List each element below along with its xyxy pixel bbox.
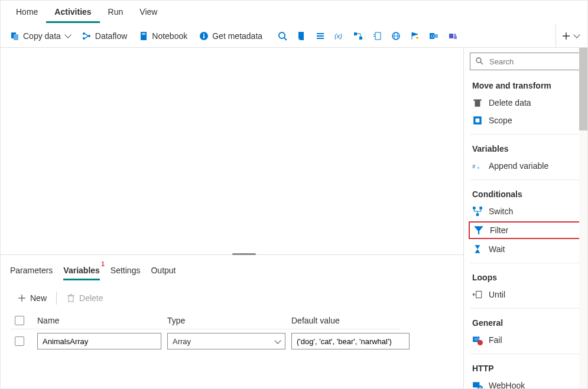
activity-search-box[interactable] (470, 53, 581, 70)
get-metadata-button[interactable]: Get metadata (193, 27, 268, 45)
trash-icon (66, 293, 76, 303)
col-name: Name (37, 316, 161, 325)
variable-type-select[interactable]: Array (167, 333, 285, 349)
activity-picker-panel: Move and transform Delete data Scope Var… (463, 48, 587, 388)
variable-name-input[interactable] (37, 333, 161, 349)
svg-rect-7 (142, 34, 145, 35)
tab-view[interactable]: View (131, 2, 165, 23)
notebook-label: Notebook (152, 31, 187, 41)
svg-point-31 (454, 34, 456, 36)
activity-switch[interactable]: Switch (464, 202, 587, 220)
svg-rect-6 (142, 33, 145, 34)
deploy-button[interactable] (405, 27, 424, 45)
scrollbar-thumb[interactable] (579, 48, 587, 130)
svg-text:x: x (472, 162, 476, 169)
web-button[interactable] (386, 27, 405, 45)
svg-text:+: + (477, 165, 480, 170)
notebook-button[interactable]: Notebook (133, 27, 193, 45)
delete-variable-button[interactable]: Delete (61, 291, 108, 305)
teams-button[interactable] (443, 27, 462, 45)
svg-rect-14 (317, 33, 324, 34)
svg-point-40 (476, 58, 481, 63)
list-button[interactable] (311, 27, 330, 45)
search-icon (475, 57, 485, 66)
svg-rect-50 (476, 213, 479, 216)
svg-rect-21 (373, 34, 375, 35)
until-icon (472, 289, 483, 300)
outlook-icon: O (429, 31, 438, 41)
add-activity-button[interactable] (555, 24, 584, 48)
vertical-scrollbar[interactable] (579, 48, 587, 388)
panel-tab-output[interactable]: Output (151, 262, 176, 280)
webhook-icon (472, 380, 483, 388)
pipeline-button[interactable] (349, 27, 368, 45)
tab-home[interactable]: Home (8, 2, 46, 23)
outlook-button[interactable]: O (424, 27, 443, 45)
col-type: Type (167, 316, 285, 325)
svg-rect-22 (373, 36, 375, 37)
hourglass-icon (472, 244, 483, 254)
search-icon (278, 31, 287, 41)
activity-delete-data[interactable]: Delete data (464, 94, 587, 112)
table-row: Array (10, 329, 400, 353)
svg-rect-49 (479, 207, 482, 210)
activity-webhook[interactable]: WebHook (464, 377, 587, 388)
svg-rect-45 (476, 119, 480, 123)
svg-rect-18 (354, 32, 357, 35)
group-loops: Loops (464, 268, 587, 286)
pipeline-canvas[interactable] (1, 48, 463, 254)
svg-rect-1 (14, 34, 18, 40)
svg-rect-15 (317, 35, 324, 37)
get-metadata-label: Get metadata (212, 31, 262, 41)
row-checkbox[interactable] (15, 336, 24, 346)
svg-rect-13 (298, 32, 304, 40)
search-button[interactable] (273, 27, 292, 45)
svg-rect-30 (449, 34, 453, 38)
svg-point-11 (279, 32, 285, 38)
panel-tab-variables[interactable]: Variables 1 (63, 262, 100, 280)
activity-until[interactable]: Until (464, 286, 587, 303)
list-icon (316, 31, 325, 41)
panel-tab-parameters[interactable]: Parameters (10, 262, 53, 280)
dataflow-label: Dataflow (95, 31, 127, 41)
group-general: General (464, 313, 587, 331)
group-http: HTTP (464, 359, 587, 377)
pipeline-icon (353, 31, 363, 41)
fail-icon: </> (472, 335, 483, 345)
panel-tab-settings[interactable]: Settings (111, 262, 141, 280)
svg-rect-20 (375, 32, 381, 40)
activity-scope[interactable]: Scope (464, 112, 587, 129)
tab-activities[interactable]: Activities (46, 2, 99, 23)
variable-default-input[interactable] (291, 333, 410, 349)
activity-wait[interactable]: Wait (464, 240, 587, 258)
svg-rect-19 (359, 37, 362, 40)
dataflow-button[interactable]: Dataflow (76, 27, 133, 45)
copy-data-button[interactable]: Copy data (4, 27, 76, 45)
svg-text:O: O (431, 34, 434, 38)
variable-expr-button[interactable]: (x) (330, 27, 349, 45)
info-icon (199, 31, 209, 41)
top-nav-bar: Home Activities Run View (1, 1, 587, 24)
svg-rect-42 (475, 100, 480, 107)
select-all-checkbox[interactable] (15, 316, 24, 325)
chevron-down-icon (573, 31, 580, 38)
variables-count-badge: 1 (101, 261, 105, 267)
chevron-down-icon (64, 31, 71, 38)
svg-point-4 (88, 35, 90, 37)
activity-filter[interactable]: Filter (469, 221, 583, 239)
tab-run[interactable]: Run (100, 2, 132, 23)
new-variable-button[interactable]: New (12, 291, 51, 305)
switch-icon (472, 206, 483, 217)
activity-search-input[interactable] (488, 57, 576, 67)
activity-fail[interactable]: </> Fail (464, 331, 587, 349)
script-button[interactable] (292, 27, 311, 45)
copy-data-icon (10, 31, 20, 41)
form-button[interactable] (368, 27, 386, 45)
activity-append-variable[interactable]: x+ Append variable (464, 157, 587, 175)
svg-point-3 (83, 37, 85, 40)
svg-point-2 (83, 32, 85, 35)
svg-rect-37 (69, 296, 73, 302)
plus-icon (561, 31, 571, 41)
panel-splitter-handle[interactable] (232, 253, 256, 255)
scope-icon (472, 115, 483, 126)
